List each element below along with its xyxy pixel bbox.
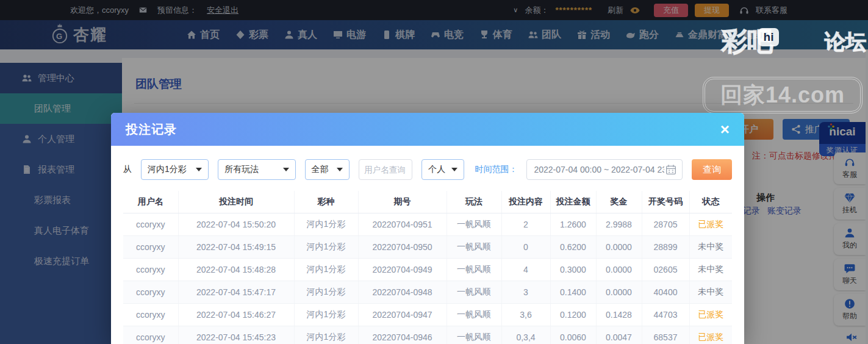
table-cell: ccoryxy bbox=[123, 281, 178, 304]
status-badge: 已派奖 bbox=[689, 326, 732, 344]
table-cell: 28899 bbox=[642, 236, 689, 259]
table-cell: 一帆风顺 bbox=[447, 304, 501, 326]
status-badge: 已派奖 bbox=[689, 304, 732, 326]
table-cell: 河内1分彩 bbox=[294, 236, 358, 259]
table-cell: 68537 bbox=[642, 326, 689, 344]
close-icon[interactable]: × bbox=[720, 121, 730, 137]
table-cell: 2022-07-04 15:48:28 bbox=[178, 259, 294, 281]
table-cell: 2.9988 bbox=[596, 213, 642, 236]
table-cell: 0.1400 bbox=[550, 281, 596, 304]
table-cell: 2022-07-04 15:46:27 bbox=[178, 304, 294, 326]
filter-bar: 从 河内1分彩 所有玩法 全部 个人 时间范围： 查询 bbox=[123, 159, 732, 180]
modal-header: 投注记录 × bbox=[111, 113, 744, 146]
from-label: 从 bbox=[123, 164, 132, 175]
username-search-input[interactable] bbox=[359, 159, 412, 180]
table-row: ccoryxy2022-07-04 15:45:23河内1分彩20220704-… bbox=[123, 326, 732, 344]
table-cell: 0.0000 bbox=[596, 259, 642, 281]
status-badge: 已派奖 bbox=[689, 213, 732, 236]
status-badge: 未中奖 bbox=[689, 259, 732, 281]
table-cell: 一帆风顺 bbox=[447, 236, 501, 259]
status-badge: 未中奖 bbox=[689, 281, 732, 304]
table-cell: 0.0000 bbox=[596, 236, 642, 259]
table-cell: 一帆风顺 bbox=[447, 326, 501, 344]
table-cell: 20220704-0950 bbox=[358, 236, 447, 259]
playtype-select[interactable]: 所有玩法 bbox=[218, 159, 295, 180]
table-cell: 20220704-0948 bbox=[358, 281, 447, 304]
table-cell: 20220704-0947 bbox=[358, 304, 447, 326]
bet-records-modal: 投注记录 × 从 河内1分彩 所有玩法 全部 个人 时间范围： 查询 bbox=[111, 113, 744, 344]
scope-select-value: 全部 bbox=[312, 164, 329, 175]
table-cell: 3 bbox=[501, 281, 550, 304]
time-range-label: 时间范围： bbox=[475, 164, 517, 175]
table-cell: 02605 bbox=[642, 259, 689, 281]
table-cell: 20220704-0949 bbox=[358, 259, 447, 281]
table-cell: 0.0047 bbox=[596, 326, 642, 344]
table-cell: ccoryxy bbox=[123, 236, 178, 259]
table-cell: 2022-07-04 15:45:23 bbox=[178, 326, 294, 344]
table-cell: 20220704-0946 bbox=[358, 326, 447, 344]
table-cell: 2022-07-04 15:47:17 bbox=[178, 281, 294, 304]
column-header: 玩法 bbox=[447, 191, 501, 213]
bet-records-table: 用户名投注时间彩种期号玩法投注内容投注金额奖金开奖号码状态 ccoryxy202… bbox=[123, 191, 732, 344]
lottery-select[interactable]: 河内1分彩 bbox=[141, 159, 209, 180]
table-cell: 44703 bbox=[642, 304, 689, 326]
person-select[interactable]: 个人 bbox=[421, 159, 464, 180]
column-header: 投注金额 bbox=[550, 191, 596, 213]
table-cell: 河内1分彩 bbox=[294, 213, 358, 236]
table-cell: ccoryxy bbox=[123, 213, 178, 236]
table-cell: 0.1200 bbox=[550, 304, 596, 326]
table-cell: 河内1分彩 bbox=[294, 326, 358, 344]
table-cell: 20220704-0951 bbox=[358, 213, 447, 236]
table-cell: 河内1分彩 bbox=[294, 281, 358, 304]
table-row: ccoryxy2022-07-04 15:49:15河内1分彩20220704-… bbox=[123, 236, 732, 259]
table-cell: ccoryxy bbox=[123, 304, 178, 326]
chevron-down-icon bbox=[337, 168, 343, 171]
table-cell: 28705 bbox=[642, 213, 689, 236]
table-row: ccoryxy2022-07-04 15:50:20河内1分彩20220704-… bbox=[123, 213, 732, 236]
column-header: 开奖号码 bbox=[642, 191, 689, 213]
table-cell: 0.1428 bbox=[596, 304, 642, 326]
daterange-input[interactable] bbox=[526, 159, 683, 180]
chevron-down-icon bbox=[451, 168, 457, 171]
table-cell: 0 bbox=[501, 236, 550, 259]
column-header: 期号 bbox=[358, 191, 447, 213]
chevron-down-icon bbox=[196, 168, 202, 171]
table-cell: 2022-07-04 15:49:15 bbox=[178, 236, 294, 259]
person-select-value: 个人 bbox=[428, 164, 445, 175]
table-row: ccoryxy2022-07-04 15:47:17河内1分彩20220704-… bbox=[123, 281, 732, 304]
table-cell: 2 bbox=[501, 213, 550, 236]
table-cell: 3,6 bbox=[501, 304, 550, 326]
table-cell: 0.0060 bbox=[550, 326, 596, 344]
column-header: 投注内容 bbox=[501, 191, 550, 213]
table-cell: 一帆风顺 bbox=[447, 213, 501, 236]
table-cell: 0.6200 bbox=[550, 236, 596, 259]
table-cell: 一帆风顺 bbox=[447, 281, 501, 304]
table-cell: 1.2600 bbox=[550, 213, 596, 236]
table-cell: 4 bbox=[501, 259, 550, 281]
table-cell: 河内1分彩 bbox=[294, 259, 358, 281]
column-header: 彩种 bbox=[294, 191, 358, 213]
table-cell: ccoryxy bbox=[123, 326, 178, 344]
calendar-icon[interactable] bbox=[665, 164, 676, 175]
table-cell: 河内1分彩 bbox=[294, 304, 358, 326]
table-row: ccoryxy2022-07-04 15:46:27河内1分彩20220704-… bbox=[123, 304, 732, 326]
chevron-down-icon bbox=[283, 168, 289, 171]
modal-title: 投注记录 bbox=[126, 121, 177, 138]
table-cell: 0.0000 bbox=[596, 281, 642, 304]
column-header: 投注时间 bbox=[178, 191, 294, 213]
table-header-row: 用户名投注时间彩种期号玩法投注内容投注金额奖金开奖号码状态 bbox=[123, 191, 732, 213]
table-cell: ccoryxy bbox=[123, 259, 178, 281]
table-cell: 0.3000 bbox=[550, 259, 596, 281]
table-row: ccoryxy2022-07-04 15:48:28河内1分彩20220704-… bbox=[123, 259, 732, 281]
column-header: 状态 bbox=[689, 191, 732, 213]
table-cell: 2022-07-04 15:50:20 bbox=[178, 213, 294, 236]
status-badge: 未中奖 bbox=[689, 236, 732, 259]
table-cell: 0,3,4 bbox=[501, 326, 550, 344]
lottery-select-value: 河内1分彩 bbox=[148, 164, 187, 175]
query-button[interactable]: 查询 bbox=[692, 159, 732, 180]
playtype-select-value: 所有玩法 bbox=[224, 164, 259, 175]
daterange-value[interactable] bbox=[533, 164, 665, 175]
column-header: 用户名 bbox=[123, 191, 178, 213]
table-cell: 一帆风顺 bbox=[447, 259, 501, 281]
scope-select[interactable]: 全部 bbox=[305, 159, 350, 180]
